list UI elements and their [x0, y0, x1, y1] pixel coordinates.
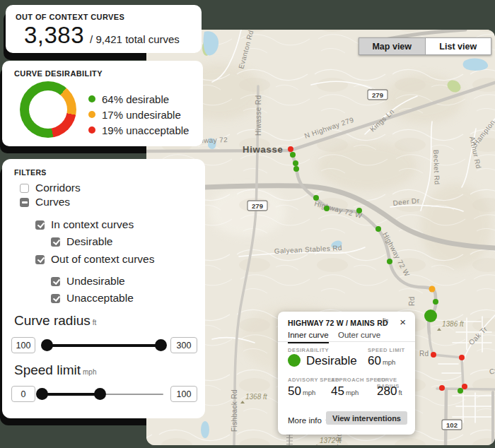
- legend-item: 19% unacceptable: [88, 125, 189, 135]
- speed-limit-track-rest[interactable]: [100, 394, 163, 396]
- checkbox-out-of-context-curves[interactable]: [35, 255, 45, 264]
- road-label: Hiwasse Rd: [255, 95, 262, 136]
- filter-row-unacceptable: Unacceptable: [51, 291, 134, 305]
- legend-item: 64% desirable: [88, 94, 169, 104]
- filter-row-out-of-context: Out of context curves: [35, 252, 154, 266]
- curve-marker-red[interactable]: [431, 352, 436, 358]
- filter-label: Undesirable: [66, 275, 125, 288]
- legend-dot-undesirable: [88, 111, 95, 118]
- list-view-button[interactable]: List view: [426, 38, 491, 54]
- checkbox-curves[interactable]: [20, 198, 29, 207]
- speed-limit-handle-current[interactable]: [94, 388, 106, 400]
- view-interventions-button[interactable]: View interventions: [326, 411, 407, 425]
- curve-marker-green[interactable]: [424, 310, 437, 322]
- curve-marker-red[interactable]: [462, 384, 467, 389]
- checkbox-desirable[interactable]: [51, 237, 60, 247]
- road-label: Fishback Rd: [231, 389, 238, 432]
- route-shield-number: 102: [446, 421, 458, 429]
- checkbox-undesirable[interactable]: [51, 277, 60, 286]
- legend-label: 19% unacceptable: [102, 124, 189, 136]
- checkbox-corridors[interactable]: [20, 184, 29, 193]
- filter-row-corridors: Corridors: [20, 181, 81, 195]
- desirability-value: Desirable: [306, 354, 357, 368]
- curve-marker-orange[interactable]: [429, 286, 436, 293]
- popup-title: HIGHWAY 72 W / MAINS RD: [288, 319, 388, 327]
- divider: [278, 341, 415, 342]
- curve-radius-max-input[interactable]: 300: [170, 337, 197, 353]
- desirability-donut-chart: [20, 81, 76, 138]
- curve-marker-red[interactable]: [459, 355, 465, 360]
- filter-label: Curves: [35, 196, 70, 208]
- filter-label: Desirable: [66, 235, 112, 248]
- curve-radius-value: 280ft: [377, 384, 402, 399]
- speed-limit-track-active[interactable]: [42, 393, 100, 396]
- advisory-speed-value: 50mph: [288, 384, 315, 399]
- speed-limit-handle-min[interactable]: [36, 388, 48, 400]
- road-label: Rd: [408, 296, 416, 306]
- route-shield-number: 279: [372, 91, 383, 99]
- curve-marker-green[interactable]: [324, 206, 330, 211]
- speed-limit-label: SPEED LIMIT: [368, 347, 405, 353]
- route-shield-number: 279: [252, 202, 263, 210]
- filter-label: In context curves: [51, 218, 134, 231]
- elevation-label: 1386 ft: [442, 320, 465, 328]
- out-of-context-curves-card: OUT OF CONTEXT CURVES 3,383 / 9,421 tota…: [6, 5, 202, 53]
- curve-marker-red[interactable]: [288, 146, 293, 152]
- close-icon[interactable]: ×: [400, 316, 406, 328]
- curve-marker-green[interactable]: [313, 195, 319, 201]
- card-title: OUT OF CONTEXT CURVES: [16, 13, 192, 21]
- card-title: FILTERS: [14, 168, 47, 177]
- road-label: Cy: [489, 366, 495, 376]
- curve-marker-green[interactable]: [433, 299, 438, 305]
- curve-marker-red[interactable]: [439, 385, 445, 391]
- filter-label: Out of context curves: [51, 253, 154, 266]
- curve-marker-green[interactable]: [375, 226, 381, 232]
- curve-radius-handle-max[interactable]: [155, 339, 167, 351]
- speed-limit-max-input[interactable]: 100: [170, 386, 197, 402]
- flag-icon[interactable]: ⚐: [381, 317, 390, 327]
- curve-marker-green[interactable]: [290, 152, 296, 158]
- curve-count: 3,383: [24, 22, 84, 49]
- desirability-label: DESIRABILITY: [288, 347, 329, 353]
- filter-label: Corridors: [35, 182, 81, 194]
- filter-row-desirable: Desirable: [51, 235, 112, 249]
- road-label: Rd: [419, 350, 429, 358]
- curve-desirability-card: CURVE DESIRABILITY 64% desirable 17% und…: [2, 61, 203, 146]
- curve-radius-handle-min[interactable]: [41, 339, 53, 351]
- curve-total: / 9,421 total curves: [90, 33, 180, 45]
- more-info-link[interactable]: More info: [288, 416, 331, 425]
- speed-limit-value: 60mph: [368, 354, 395, 368]
- legend-dot-desirable: [88, 95, 95, 102]
- legend-item: 17% undesirable: [88, 110, 181, 119]
- filter-label: Unacceptable: [66, 292, 134, 305]
- filters-card: FILTERS Corridors Curves In context curv…: [2, 159, 205, 418]
- legend-label: 17% undesirable: [102, 109, 181, 121]
- filter-row-in-context: In context curves: [35, 218, 134, 232]
- tab-outer-curve[interactable]: Outer curve: [338, 331, 380, 342]
- curve-radius-min-input[interactable]: 100: [11, 337, 35, 353]
- filter-row-undesirable: Undesirable: [51, 274, 125, 288]
- curve-detail-popup: HIGHWAY 72 W / MAINS RD ⚐ × Inner curve …: [278, 312, 415, 435]
- view-toggle: Map view List view: [359, 37, 491, 55]
- curve-radius-track[interactable]: [43, 344, 163, 347]
- curve-radius-slider-label: Curve radiusft: [14, 313, 96, 329]
- curve-marker-green[interactable]: [356, 208, 362, 213]
- legend-label: 64% desirable: [102, 93, 169, 105]
- checkbox-unacceptable[interactable]: [51, 294, 60, 303]
- speed-limit-min-input[interactable]: 0: [11, 386, 35, 402]
- curve-marker-green[interactable]: [293, 166, 299, 172]
- map-view-button[interactable]: Map view: [359, 38, 426, 54]
- desirability-dot: [288, 354, 301, 367]
- curve-marker-green[interactable]: [293, 160, 298, 166]
- page: { "colors":{"green":"#3CA313","orange":"…: [0, 0, 495, 448]
- curve-marker-green[interactable]: [458, 388, 463, 394]
- elevation-label: 1372 ft: [320, 437, 342, 444]
- speed-limit-slider-label: Speed limitmph: [14, 362, 96, 378]
- approach-speed-value: 45mph: [331, 384, 359, 399]
- card-title: CURVE DESIRABILITY: [14, 69, 103, 78]
- legend-dot-unacceptable: [88, 126, 95, 134]
- checkbox-in-context-curves[interactable]: [35, 220, 45, 230]
- filter-row-curves: Curves: [20, 195, 70, 209]
- curve-marker-green[interactable]: [387, 259, 392, 264]
- elevation-label: 1368 ft: [245, 393, 268, 401]
